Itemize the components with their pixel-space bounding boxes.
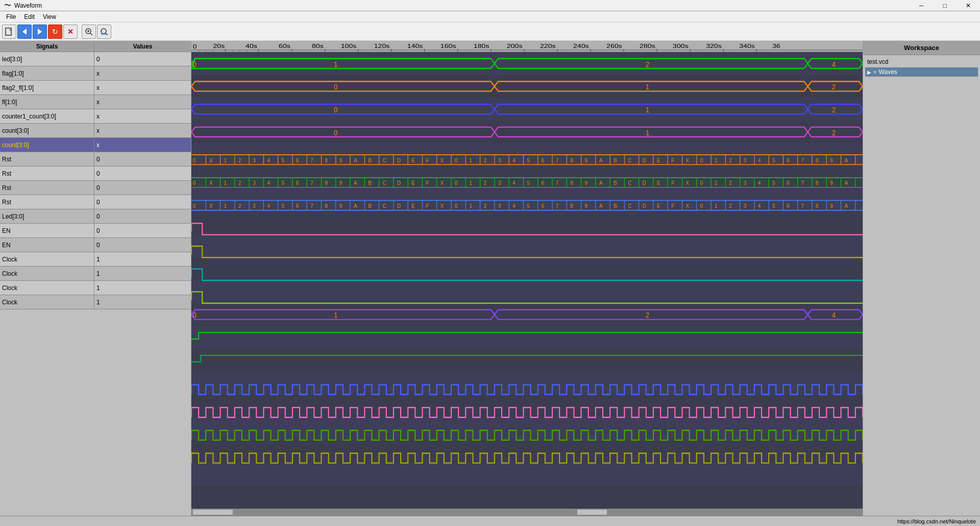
signal-row[interactable]: count[3:0]x <box>0 124 191 138</box>
svg-text:0: 0 <box>193 202 196 209</box>
svg-text:0: 0 <box>193 157 196 163</box>
svg-text:C: C <box>383 202 387 209</box>
svg-text:E: E <box>411 157 415 163</box>
main-area: Signals Values led[3:0]0flag[1:0]xflag2_… <box>0 41 980 516</box>
svg-rect-63 <box>191 257 863 280</box>
svg-text:A: A <box>845 202 849 209</box>
signal-name: fl[1:0] <box>0 95 94 109</box>
svg-text:5: 5 <box>772 157 775 163</box>
menu-edit[interactable]: Edit <box>20 12 39 21</box>
svg-text:A: A <box>599 202 603 209</box>
waveform-area[interactable]: 1 2 4 0 0 1 2 0 1 2 <box>191 52 863 509</box>
signal-row[interactable]: Rst0 <box>0 166 191 181</box>
svg-text:1: 1 <box>715 157 718 163</box>
svg-text:6: 6 <box>787 180 790 186</box>
svg-text:2: 2 <box>484 202 487 209</box>
svg-text:X: X <box>686 202 690 209</box>
workspace-waves-item[interactable]: ▶ ≈ Waves <box>865 67 978 77</box>
forward-button[interactable] <box>33 25 47 39</box>
stop-button[interactable]: ✕ <box>63 25 78 39</box>
svg-text:8: 8 <box>325 202 328 209</box>
signal-value: x <box>94 138 191 152</box>
new-button[interactable] <box>2 25 16 39</box>
signal-row[interactable]: Clock1 <box>0 281 191 295</box>
back-button[interactable] <box>17 25 32 39</box>
close-button[interactable]: ✕ <box>957 0 980 11</box>
svg-rect-72 <box>191 463 863 486</box>
svg-text:9: 9 <box>339 157 342 163</box>
signal-row[interactable]: Rst0 <box>0 152 191 166</box>
signal-row[interactable]: flag2_fl[1:0]x <box>0 81 191 95</box>
svg-text:3: 3 <box>498 180 501 186</box>
svg-text:X: X <box>686 180 690 186</box>
svg-text:E: E <box>657 180 660 186</box>
svg-text:B: B <box>614 157 617 163</box>
svg-text:4: 4 <box>267 202 270 209</box>
signal-row[interactable]: Rst0 <box>0 181 191 195</box>
toolbar: ↻ ✕ <box>0 22 980 41</box>
minimize-button[interactable]: ─ <box>910 0 933 11</box>
signal-value: 0 <box>94 209 191 223</box>
signal-name: Clock <box>0 281 94 295</box>
signal-value: x <box>94 124 191 137</box>
reload-button[interactable]: ↻ <box>48 25 62 39</box>
svg-text:200s: 200s <box>507 43 523 49</box>
status-url: https://blog.csdn.net/Ninquelote <box>897 518 976 524</box>
svg-text:C: C <box>383 157 387 163</box>
svg-text:E: E <box>411 202 415 209</box>
svg-text:80s: 80s <box>312 43 324 49</box>
svg-text:60s: 60s <box>279 43 290 49</box>
svg-point-47 <box>198 51 200 52</box>
menu-file[interactable]: File <box>2 12 20 21</box>
svg-text:1: 1 <box>469 202 472 209</box>
maximize-button[interactable]: □ <box>933 0 957 11</box>
zoom-in-button[interactable] <box>82 25 96 39</box>
signal-name: Rst <box>0 195 94 209</box>
signal-row[interactable]: count[3:0]x <box>0 138 191 152</box>
signal-row[interactable]: Clock1 <box>0 267 191 281</box>
svg-marker-2 <box>38 29 42 35</box>
svg-text:5: 5 <box>772 180 775 186</box>
svg-text:A: A <box>845 157 849 163</box>
svg-text:1: 1 <box>715 180 718 186</box>
titlebar-controls: ─ □ ✕ <box>910 0 980 11</box>
signal-row[interactable]: Rst0 <box>0 195 191 209</box>
svg-text:0: 0 <box>334 83 338 91</box>
svg-text:1: 1 <box>715 202 718 209</box>
svg-text:1: 1 <box>646 83 649 91</box>
svg-text:D: D <box>643 202 647 209</box>
svg-text:1: 1 <box>469 180 472 186</box>
signal-row[interactable]: counter1_count[3:0]x <box>0 109 191 124</box>
signal-row[interactable]: Led[3:0]0 <box>0 209 191 224</box>
svg-rect-65 <box>191 303 863 326</box>
signal-name: count[3:0] <box>0 124 94 137</box>
svg-text:2: 2 <box>238 180 241 186</box>
scrollbar-area[interactable] <box>191 509 863 516</box>
signal-row[interactable]: EN0 <box>0 224 191 238</box>
signal-row[interactable]: Clock1 <box>0 252 191 267</box>
signal-row[interactable]: fl[1:0]x <box>0 95 191 109</box>
zoom-out-button[interactable] <box>97 25 111 39</box>
signal-row[interactable]: flag[1:0]x <box>0 66 191 81</box>
svg-text:F: F <box>426 180 430 186</box>
signal-row[interactable]: led[3:0]0 <box>0 52 191 66</box>
svg-rect-67 <box>191 349 863 372</box>
svg-text:A: A <box>354 157 358 163</box>
svg-text:X: X <box>209 180 213 186</box>
svg-text:4: 4 <box>512 180 516 186</box>
svg-text:8: 8 <box>325 157 328 163</box>
svg-rect-57 <box>191 121 863 144</box>
menu-view[interactable]: View <box>39 12 60 21</box>
workspace-file[interactable]: test.vcd <box>865 57 978 66</box>
signal-row[interactable]: Clock1 <box>0 295 191 309</box>
svg-rect-66 <box>191 326 863 349</box>
svg-text:1: 1 <box>224 202 227 209</box>
statusbar: https://blog.csdn.net/Ninquelote <box>0 516 980 526</box>
svg-text:D: D <box>397 180 401 186</box>
svg-rect-62 <box>191 235 863 258</box>
horizontal-scrollbar-thumb[interactable] <box>577 509 607 515</box>
signal-row[interactable]: EN0 <box>0 238 191 252</box>
svg-text:6: 6 <box>296 202 299 209</box>
svg-text:0: 0 <box>455 180 458 186</box>
svg-text:1: 1 <box>469 157 472 163</box>
